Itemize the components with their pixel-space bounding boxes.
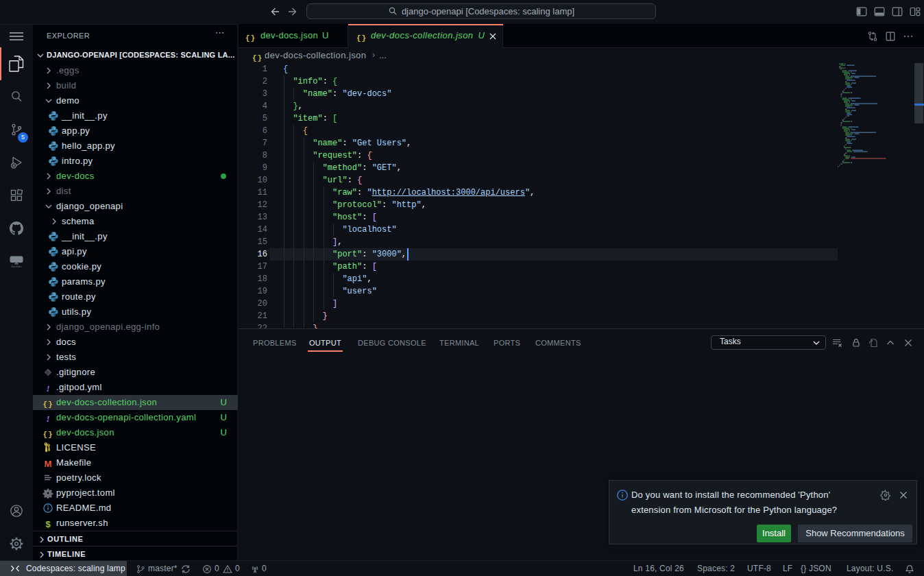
svg-text:Dev-Docs: Dev-Docs bbox=[12, 265, 22, 268]
